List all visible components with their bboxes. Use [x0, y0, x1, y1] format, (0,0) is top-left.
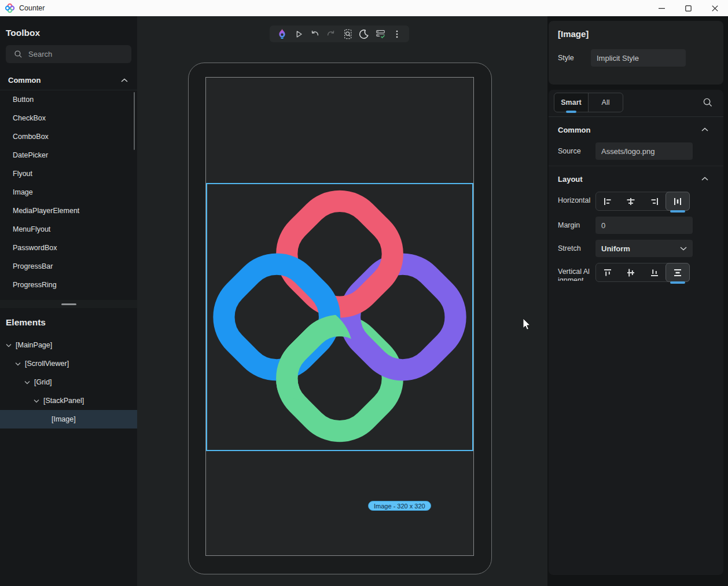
elements-tree: [MainPage] [ScrollViewer] [Grid] [StackP…: [0, 336, 137, 428]
style-input[interactable]: [591, 49, 686, 67]
align-middle-button[interactable]: [619, 263, 642, 281]
vertical-label: Vertical Alignment: [558, 263, 591, 281]
chevron-down-icon[interactable]: [15, 362, 21, 366]
tasks-check-icon[interactable]: [373, 27, 388, 41]
uno-logo-image: [207, 184, 472, 450]
style-label: Style: [558, 54, 591, 62]
align-center-icon: [625, 196, 637, 207]
minimize-button[interactable]: [648, 0, 675, 16]
align-stretch-button[interactable]: [666, 192, 690, 211]
horizontal-label: Horizontal: [558, 192, 591, 205]
chevron-down-icon: [680, 246, 687, 251]
align-left-button[interactable]: [596, 192, 619, 210]
elements-title: Elements: [0, 308, 137, 336]
align-center-button[interactable]: [619, 192, 642, 210]
align-vstretch-button[interactable]: [666, 263, 690, 282]
device-frame: Image - 320 x 320: [188, 63, 492, 574]
stretch-dropdown[interactable]: Uniform: [595, 240, 693, 257]
app-logo-icon: [5, 3, 14, 13]
image-selection-box[interactable]: [206, 183, 473, 451]
tree-item-image-selected[interactable]: [Image]: [0, 410, 137, 428]
tree-item-mainpage[interactable]: [MainPage]: [0, 336, 137, 354]
undo-icon[interactable]: [307, 27, 322, 41]
vertical-alignment-group: [595, 263, 690, 282]
align-bottom-button[interactable]: [643, 263, 666, 281]
align-vstretch-icon: [672, 267, 683, 279]
section-common[interactable]: Common: [549, 117, 723, 142]
tree-item-grid[interactable]: [Grid]: [0, 373, 137, 391]
align-top-button[interactable]: [596, 263, 619, 281]
source-label: Source: [558, 142, 591, 156]
toolbox-item-passwordbox[interactable]: PasswordBox: [0, 239, 137, 257]
toolbox-list: Button CheckBox ComboBox DatePicker Flyo…: [0, 90, 137, 294]
section-layout[interactable]: Layout: [549, 166, 723, 192]
align-right-button[interactable]: [643, 192, 666, 210]
toolbox-scrollbar[interactable]: [134, 92, 135, 150]
tree-item-scrollviewer[interactable]: [ScrollViewer]: [0, 354, 137, 373]
toolbox-section-label: Common: [8, 76, 41, 85]
stretch-label: Stretch: [558, 240, 591, 253]
tree-item-label: [Image]: [52, 415, 76, 423]
selected-segment-underline: [670, 281, 685, 284]
more-options-icon[interactable]: [389, 27, 405, 41]
tab-smart-label: Smart: [561, 98, 581, 107]
toolbox-item-button[interactable]: Button: [0, 90, 137, 109]
tree-item-label: [Grid]: [34, 378, 52, 386]
toolbox-section-common[interactable]: Common: [0, 71, 137, 90]
toolbox-item-image[interactable]: Image: [0, 183, 137, 202]
active-tab-underline: [566, 111, 576, 113]
dark-mode-moon-icon[interactable]: [356, 27, 372, 41]
chevron-up-icon: [701, 127, 708, 132]
align-middle-icon: [625, 267, 637, 279]
chevron-down-icon[interactable]: [34, 399, 39, 403]
hot-design-flame-icon[interactable]: [274, 27, 289, 41]
toolbox-item-mediaplayerelement[interactable]: MediaPlayerElement: [0, 202, 137, 220]
zoom-region-icon[interactable]: [340, 27, 355, 41]
toolbox-item-progressbar[interactable]: ProgressBar: [0, 257, 137, 276]
toolbox-item-checkbox[interactable]: CheckBox: [0, 109, 137, 127]
margin-input[interactable]: [595, 217, 693, 234]
selection-size-badge: Image - 320 x 320: [368, 501, 431, 511]
redo-icon[interactable]: [323, 27, 339, 41]
toolbox-item-combobox[interactable]: ComboBox: [0, 127, 137, 146]
titlebar: Counter: [0, 0, 728, 16]
align-right-icon: [649, 196, 660, 207]
stretch-value: Uniform: [601, 244, 630, 253]
chevron-up-icon: [701, 177, 708, 181]
maximize-button[interactable]: [675, 0, 701, 16]
horizontal-alignment-group: [595, 192, 690, 211]
inspector-header-card: [Image] Style: [549, 21, 723, 85]
toolbox-item-progressring[interactable]: ProgressRing: [0, 276, 137, 294]
inspector-title: [Image]: [558, 29, 714, 39]
tab-all[interactable]: All: [589, 93, 623, 112]
tree-item-stackpanel[interactable]: [StackPanel]: [0, 391, 137, 410]
toolbox-search[interactable]: [6, 45, 131, 63]
close-button[interactable]: [701, 0, 728, 16]
margin-row: Margin: [549, 217, 723, 234]
search-input[interactable]: [28, 50, 115, 58]
source-input[interactable]: [595, 142, 693, 160]
toolbox-item-flyout[interactable]: Flyout: [0, 164, 137, 183]
toolbox-item-datepicker[interactable]: DatePicker: [0, 146, 137, 164]
play-icon[interactable]: [291, 27, 306, 41]
toolbox-item-menuflyout[interactable]: MenuFlyout: [0, 220, 137, 239]
align-stretch-icon: [672, 196, 683, 207]
tab-smart[interactable]: Smart: [554, 93, 589, 112]
tree-item-label: [ScrollViewer]: [25, 360, 69, 368]
tree-item-label: [MainPage]: [16, 341, 52, 349]
tree-item-label: [StackPanel]: [43, 397, 84, 405]
chevron-down-icon[interactable]: [24, 380, 30, 384]
properties-search-icon[interactable]: [703, 97, 713, 108]
design-canvas[interactable]: Image - 320 x 320: [137, 16, 547, 586]
chevron-down-icon[interactable]: [6, 343, 12, 347]
margin-label: Margin: [558, 217, 591, 230]
section-layout-label: Layout: [558, 175, 583, 184]
left-panel: Toolbox Common Button CheckBox ComboBox …: [0, 16, 137, 586]
section-common-label: Common: [558, 126, 590, 134]
stretch-row: Stretch Uniform: [549, 240, 723, 257]
device-screen[interactable]: [205, 77, 474, 556]
panel-splitter[interactable]: [0, 300, 137, 308]
chevron-up-icon: [121, 78, 128, 83]
tab-all-label: All: [602, 98, 610, 107]
mouse-cursor: [521, 318, 532, 332]
